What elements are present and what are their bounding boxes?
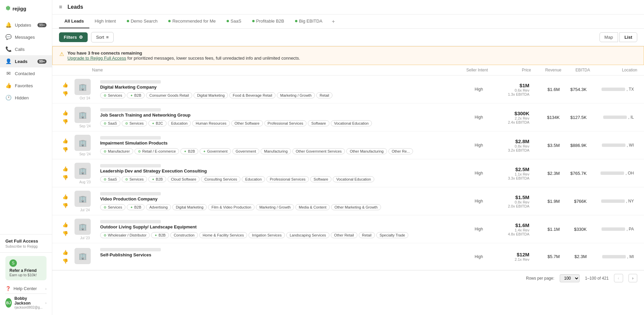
lead-title[interactable]: Video Production Company [100,196,465,201]
filters-button[interactable]: Filters ⚙ [59,32,88,42]
tag: Retail [316,92,332,98]
lead-tags: ⚙Wholesaler / Distributor✦B2BConstructio… [100,232,465,238]
tag: Marketing / Growth [256,204,294,210]
lead-ebitda: $2.3M [563,249,590,264]
thumbs-up-button[interactable]: 👍 [59,82,71,88]
sidebar-label-favorites: Favorites [15,83,33,88]
thumbs-down-button[interactable]: 👎 [59,202,71,209]
tag: Software [308,120,329,126]
lead-actions: 👍 👎 [59,103,71,131]
location-blurred [602,227,625,231]
lead-price: $300K 2.2x Rev 2.4x EBITDA [492,106,533,129]
thumbs-down-button[interactable]: 👎 [59,174,71,181]
prev-page-button[interactable]: ‹ [614,274,623,282]
sort-icon: ≡ [106,35,109,40]
lead-image-wrap: 🏢 [75,243,95,270]
user-profile[interactable]: BJ Bobby Jackson rjackson0802@g... › [5,293,47,312]
lead-price-ebitda: 1.3x EBITDA [496,92,529,96]
lead-price: $1.6M 1.4x Rev 4.8x EBITDA [492,218,533,241]
sidebar-label-hidden: Hidden [15,95,29,100]
sort-button[interactable]: Sort ≡ [91,32,114,42]
refer-title: Refer a Friend [9,268,42,273]
tab-high-intent[interactable]: High Intent [89,14,121,28]
upgrade-link[interactable]: Upgrade to Rejigg Full Access [67,56,126,61]
tab-label-big-ebitda: Big EBITDA [299,19,322,24]
thumbs-up-button[interactable]: 👍 [59,137,71,144]
lead-title[interactable]: Leadership Dev and Strategy Execution Co… [100,168,465,174]
lead-title[interactable]: Digital Marketing Company [100,85,465,90]
app-logo[interactable]: ❄ rejigg [0,0,52,17]
refer-friend-section[interactable]: S Refer a Friend Earn up to $10k! [5,256,47,280]
thumbs-down-button[interactable]: 👎 [59,230,71,237]
table-footer: Rows per page: 100 50 25 1–100 of 421 ‹ … [52,270,644,286]
thumbs-down-button[interactable]: 👎 [59,258,71,264]
tab-saas[interactable]: SaaS [221,14,247,28]
lead-title[interactable]: Self-Publishing Services [100,252,465,257]
tab-big-ebitda[interactable]: Big EBITDA [290,14,328,28]
tag: ⚙Wholesaler / Distributor [100,232,150,238]
help-center-item[interactable]: ❓ Help Center › [5,284,47,293]
list-view-button[interactable]: List [619,32,637,42]
tab-label-high-intent: High Intent [95,19,116,24]
tab-label-demo-search: Demo Search [131,19,157,24]
sidebar-item-favorites[interactable]: 👍 Favorites [0,80,52,92]
tag: Media & Content [295,204,330,210]
lead-intent: High [465,171,492,176]
tag: Film & Video Production [208,204,255,210]
alert-banner: ⚠ You have 3 free connects remaining Upg… [52,46,644,65]
lead-location: , OH [590,166,637,180]
favorites-icon: 👍 [5,83,11,89]
user-chevron-icon: › [45,301,47,305]
tab-demo-search[interactable]: Demo Search [121,14,163,28]
tag: Vocational Education [331,120,372,126]
badge-leads: 99+ [37,59,47,64]
tab-dot-big-ebitda [295,20,297,22]
tag-service-icon: ⚙ [104,122,107,125]
thumbs-up-button[interactable]: 👍 [59,193,71,200]
lead-price-ebitda: 4.8x EBITDA [496,232,529,236]
thumbs-down-button[interactable]: 👎 [59,118,71,125]
tag-badge-icon: ✦ [184,150,186,153]
tag: ✦B2C [148,120,166,126]
sidebar-item-calls[interactable]: 📞 Calls [0,43,52,55]
get-full-access-section[interactable]: Get Full Access Subscribe to Rejigg [0,234,52,252]
sidebar-item-updates[interactable]: 🔔 Updates 99+ [0,19,52,31]
tab-profitable-b2b[interactable]: Profitable B2B [247,14,290,28]
thumbs-up-button[interactable]: 👍 [59,165,71,172]
thumbs-down-button[interactable]: 👎 [59,146,71,153]
add-tab-button[interactable]: + [328,16,339,27]
sidebar-item-hidden[interactable]: 🕐 Hidden [0,92,52,104]
tag-service-icon: ⚙ [104,150,107,153]
thumbs-up-button[interactable]: 👍 [59,249,71,256]
tag: ⚙Manufacturer [100,148,133,154]
lead-revenue: $1.9M [533,194,563,209]
tag-service-icon: ⚙ [125,122,128,125]
sidebar-item-messages[interactable]: 💬 Messages [0,31,52,43]
thumbs-down-button[interactable]: 👎 [59,90,71,97]
lead-thumbnail: 🏢 [75,135,91,151]
thumbs-up-button[interactable]: 👍 [59,109,71,116]
menu-icon[interactable]: ≡ [59,4,62,10]
sidebar-item-contacted[interactable]: ✉ Contacted [0,67,52,80]
lead-title[interactable]: Outdoor Living Supply/ Landscape Equipme… [100,224,465,229]
tag: Landscaping Services [286,232,329,238]
map-view-button[interactable]: Map [599,32,618,42]
next-page-button[interactable]: › [628,274,637,282]
lead-tags: ⚙Services✦B2BAdvertisingDigital Marketin… [100,204,465,210]
lead-price-main: $2.5M [496,166,529,172]
lead-thumbnail: 🏢 [75,248,91,264]
tab-recommended[interactable]: Recommended for Me [163,14,221,28]
lead-revenue: $1.6M [533,82,563,97]
thumbs-up-button[interactable]: 👍 [59,221,71,228]
tab-all-leads[interactable]: All Leads [59,14,89,28]
tab-dot-saas [227,20,229,22]
tag: Construction [170,232,198,238]
lead-image-wrap: 🏢 Jul '23 [75,215,95,243]
lead-title[interactable]: Impairment Simulation Products [100,140,465,146]
lead-price: $2.8M 0.8x Rev 3.2x EBITDA [492,134,533,157]
lead-thumbnail: 🏢 [75,219,91,235]
rows-per-page-select[interactable]: 100 50 25 [560,274,580,282]
lead-title[interactable]: Job Search Training and Networking Group [100,113,465,118]
sidebar-nav: 🔔 Updates 99+ 💬 Messages 📞 Calls 👤 Leads… [0,17,52,234]
sidebar-item-leads[interactable]: 👤 Leads 99+ [0,55,52,67]
